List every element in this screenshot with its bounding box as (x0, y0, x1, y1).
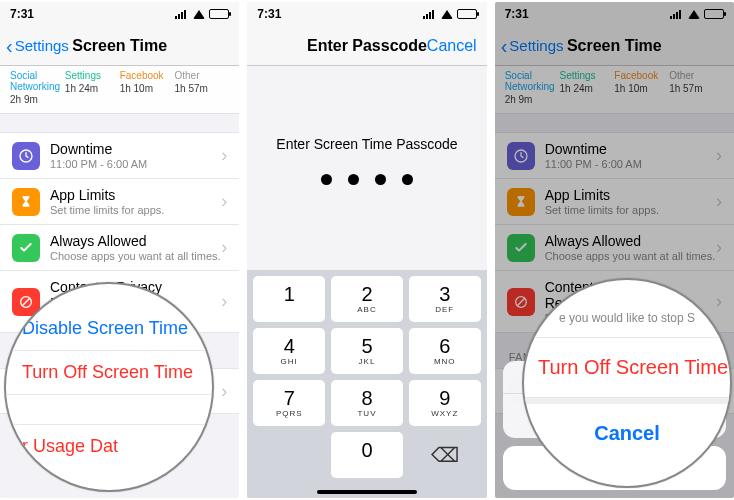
cancel-button-zoom[interactable]: Cancel (524, 398, 730, 463)
turn-off-screen-time-option[interactable]: Turn Off Screen Time (6, 351, 212, 395)
status-bar: 7:31 (247, 2, 486, 26)
key-letters: PQRS (276, 409, 303, 418)
status-bar: 7:31 (0, 2, 239, 26)
hourglass-icon (12, 188, 40, 216)
keypad-key-1[interactable]: 1 (253, 276, 325, 322)
keypad-key-0[interactable]: 0 (331, 432, 403, 478)
usage-value: 2h 9m (10, 94, 38, 105)
svg-line-2 (22, 298, 30, 306)
battery-icon (209, 9, 229, 19)
key-number: 5 (361, 336, 372, 356)
usage-category: Settings (65, 70, 120, 81)
magnifier-zoom: e you would like to stop S Turn Off Scre… (522, 278, 732, 488)
usage-column: Other1h 57m (174, 70, 229, 105)
clock-icon (12, 142, 40, 170)
keypad-key-4[interactable]: 4GHI (253, 328, 325, 374)
numeric-keypad: 1 2ABC3DEF4GHI5JKL6MNO7PQRS8TUV9WXYZ0 ⌫ (247, 270, 486, 498)
key-number: 1 (284, 284, 295, 304)
chevron-right-icon: › (221, 191, 227, 212)
status-time: 7:31 (257, 7, 281, 21)
home-indicator (317, 490, 417, 494)
key-number: 6 (439, 336, 450, 356)
disable-screen-time-option[interactable]: Disable Screen Time (6, 307, 212, 351)
key-number: 2 (361, 284, 372, 304)
keypad-key-6[interactable]: 6MNO (409, 328, 481, 374)
check-icon (12, 234, 40, 262)
keypad-delete[interactable]: ⌫ (409, 432, 481, 478)
back-label: Settings (15, 37, 69, 54)
usage-category: Facebook (120, 70, 175, 81)
usage-summary: Social Networking2h 9mSettings1h 24mFace… (0, 66, 239, 114)
row-subtitle: 11:00 PM - 6:00 AM (50, 158, 221, 170)
keypad-key-7[interactable]: 7PQRS (253, 380, 325, 426)
key-number: 3 (439, 284, 450, 304)
key-letters: GHI (281, 357, 298, 366)
settings-row[interactable]: App LimitsSet time limits for apps.› (0, 178, 239, 224)
signal-icon (175, 9, 189, 19)
row-subtitle: Choose apps you want at all times. (50, 250, 221, 262)
keypad-blank (253, 432, 325, 478)
usage-column: Settings1h 24m (65, 70, 120, 105)
key-letters: MNO (434, 357, 456, 366)
chevron-right-icon: › (221, 145, 227, 166)
usage-data-fragment: r Usage Dat (6, 425, 212, 468)
key-number: 9 (439, 388, 450, 408)
row-subtitle: Set time limits for apps. (50, 204, 221, 216)
usage-value: 1h 57m (174, 83, 207, 94)
row-title: Always Allowed (50, 233, 221, 249)
nav-bar: Enter Passcode Cancel (247, 26, 486, 66)
wifi-icon (441, 10, 453, 19)
key-letters: DEF (435, 305, 454, 314)
back-button[interactable]: ‹ Settings (6, 36, 69, 56)
chevron-left-icon: ‹ (6, 36, 13, 56)
keypad-key-8[interactable]: 8TUV (331, 380, 403, 426)
key-letters: JKL (359, 357, 376, 366)
key-letters: ABC (357, 305, 376, 314)
key-number: 7 (284, 388, 295, 408)
passcode-prompt: Enter Screen Time Passcode (247, 136, 486, 152)
key-number: 0 (361, 440, 372, 460)
signal-icon (423, 9, 437, 19)
enter-passcode-screen: 7:31 Enter Passcode Cancel Enter Screen … (247, 2, 486, 498)
wifi-icon (193, 10, 205, 19)
chevron-right-icon: › (221, 381, 227, 402)
chevron-right-icon: › (221, 291, 227, 312)
key-letters: WXYZ (431, 409, 458, 418)
keypad-key-5[interactable]: 5JKL (331, 328, 403, 374)
usage-column: Facebook1h 10m (120, 70, 175, 105)
keypad-key-2[interactable]: 2ABC (331, 276, 403, 322)
usage-category: Social Networking (10, 70, 65, 92)
status-time: 7:31 (10, 7, 34, 21)
battery-icon (457, 9, 477, 19)
usage-value: 1h 10m (120, 83, 153, 94)
chevron-right-icon: › (221, 237, 227, 258)
page-title: Screen Time (72, 37, 167, 55)
passcode-dots (247, 174, 486, 185)
settings-row[interactable]: Always AllowedChoose apps you want at al… (0, 224, 239, 270)
row-title: App Limits (50, 187, 221, 203)
nav-bar: ‹ Settings Screen Time (0, 26, 239, 66)
page-title: Enter Passcode (307, 37, 427, 55)
magnifier-zoom: Disable Screen Time Turn Off Screen Time… (4, 282, 214, 492)
turn-off-screen-time-button-zoom[interactable]: Turn Off Screen Time (524, 338, 730, 398)
action-sheet-message-zoom: e you would like to stop S (524, 303, 730, 338)
row-title: Downtime (50, 141, 221, 157)
keypad-key-3[interactable]: 3DEF (409, 276, 481, 322)
keypad-key-9[interactable]: 9WXYZ (409, 380, 481, 426)
usage-category: Other (174, 70, 229, 81)
key-letters: TUV (357, 409, 376, 418)
settings-row[interactable]: Downtime11:00 PM - 6:00 AM› (0, 132, 239, 178)
key-number: 8 (361, 388, 372, 408)
key-number: 4 (284, 336, 295, 356)
cancel-button[interactable]: Cancel (427, 37, 477, 55)
usage-column: Social Networking2h 9m (10, 70, 65, 105)
usage-value: 1h 24m (65, 83, 98, 94)
